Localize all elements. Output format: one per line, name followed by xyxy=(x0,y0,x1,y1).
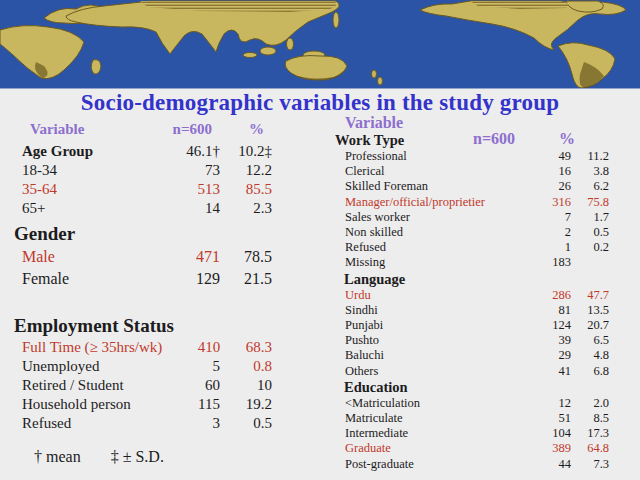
footnote: † mean ‡ ± S.D. xyxy=(12,447,272,467)
cell-label: Education xyxy=(335,379,511,396)
cell-label: Female xyxy=(12,268,162,290)
cell-n: 51 xyxy=(511,411,571,426)
table-row: 65+142.3 xyxy=(12,199,272,218)
table-row: <Matriculation122.0 xyxy=(335,396,609,411)
table-row: Unemployed50.8 xyxy=(12,357,272,376)
cell-n: 41 xyxy=(511,364,571,379)
cell-pct: 10.2‡ xyxy=(220,142,272,161)
table-row: Baluchi294.8 xyxy=(335,348,609,363)
cell-n: 46.1† xyxy=(162,142,220,161)
cell-n: 124 xyxy=(511,318,571,333)
cell-label: Professional xyxy=(335,149,511,164)
right-table-rows: Work TypeProfessional4911.2Clerical163.8… xyxy=(335,132,609,472)
table-row: Manager/official/proprietier31675.8 xyxy=(335,195,609,210)
table-row: Punjabi12420.7 xyxy=(335,318,609,333)
cell-n: 29 xyxy=(511,348,571,363)
table-row: Urdu28647.7 xyxy=(335,288,609,303)
cell-label: Baluchi xyxy=(335,348,511,363)
cell-n: 60 xyxy=(162,376,220,395)
table-row: Household person11519.2 xyxy=(12,395,272,414)
section-heading-row: Education xyxy=(335,379,609,396)
cell-label: Graduate xyxy=(335,441,511,456)
cell-pct: 3.8 xyxy=(571,164,609,179)
cell-n: 3 xyxy=(162,414,220,433)
table-row: Post-graduate447.3 xyxy=(335,457,609,472)
table-row: Refused10.2 xyxy=(335,240,609,255)
cell-label: Refused xyxy=(12,414,162,433)
cell-n: 14 xyxy=(162,199,220,218)
left-demographics-table: Variable n=600 % Age Group46.1†10.2‡18-3… xyxy=(12,120,272,467)
table-row: Full Time (≥ 35hrs/wk)41068.3 xyxy=(12,338,272,357)
cell-label: Age Group xyxy=(12,142,162,161)
cell-label: Employment Status xyxy=(12,314,174,338)
cell-pct: 64.8 xyxy=(571,441,609,456)
cell-n: 183 xyxy=(511,255,571,270)
cell-pct: 4.8 xyxy=(571,348,609,363)
cell-pct: 75.8 xyxy=(571,195,609,210)
table-row: Sindhi8113.5 xyxy=(335,303,609,318)
cell-pct: 19.2 xyxy=(220,395,272,414)
cell-pct: 68.3 xyxy=(220,338,272,357)
cell-pct: 21.5 xyxy=(220,268,272,290)
cell-n: 5 xyxy=(162,357,220,376)
cell-pct: 11.2 xyxy=(571,149,609,164)
cell-pct: 2.3 xyxy=(220,199,272,218)
cell-n: 73 xyxy=(162,161,220,180)
cell-label: Full Time (≥ 35hrs/wk) xyxy=(12,338,162,357)
cell-label: Clerical xyxy=(335,164,511,179)
right-table-header: n=600 % xyxy=(335,130,609,150)
left-table-header: Variable n=600 % xyxy=(12,120,272,142)
cell-pct: 78.5 xyxy=(220,246,272,268)
cell-label: Male xyxy=(12,246,162,268)
cell-n: 81 xyxy=(511,303,571,318)
cell-pct: 1.7 xyxy=(571,210,609,225)
cell-label: Refused xyxy=(335,240,511,255)
cell-label: Sindhi xyxy=(335,303,511,318)
cell-label: Post-graduate xyxy=(335,457,511,472)
footnote-mean: † mean xyxy=(34,447,81,467)
cell-pct: 12.2 xyxy=(220,161,272,180)
cell-label: Pushto xyxy=(335,333,511,348)
cell-n: 513 xyxy=(162,180,220,199)
cell-label: Urdu xyxy=(335,288,511,303)
section-heading-row: Language xyxy=(335,271,609,288)
cell-n: 12 xyxy=(511,396,571,411)
table-row: 35-6451385.5 xyxy=(12,180,272,199)
cell-label: Gender xyxy=(12,222,162,246)
table-row: Refused30.5 xyxy=(12,414,272,433)
cell-n: 104 xyxy=(511,426,571,441)
cell-label: Manager/official/proprietier xyxy=(335,195,511,210)
presentation-slide: Socio-demographic variables in the study… xyxy=(0,0,640,480)
left-table-rows: Age Group46.1†10.2‡18-347312.235-6451385… xyxy=(12,142,272,433)
table-row: Female12921.5 xyxy=(12,268,272,290)
cell-label: Language xyxy=(335,271,511,288)
cell-pct: 85.5 xyxy=(220,180,272,199)
cell-pct: 20.7 xyxy=(571,318,609,333)
cell-n: 286 xyxy=(511,288,571,303)
cell-label: Missing xyxy=(335,255,511,270)
cell-label: Punjabi xyxy=(335,318,511,333)
world-map-banner xyxy=(0,0,640,89)
cell-pct: 0.8 xyxy=(220,357,272,376)
cell-n: 49 xyxy=(511,149,571,164)
cell-n: 129 xyxy=(162,268,220,290)
table-row: Pushto396.5 xyxy=(335,333,609,348)
cell-n: 2 xyxy=(511,225,571,240)
cell-label: 35-64 xyxy=(12,180,162,199)
slide-title: Socio-demographic variables in the study… xyxy=(0,90,640,116)
cell-pct: 0.2 xyxy=(571,240,609,255)
table-row: 18-347312.2 xyxy=(12,161,272,180)
table-row: Matriculate518.5 xyxy=(335,411,609,426)
cell-label: 18-34 xyxy=(12,161,162,180)
column-header-n: n=600 xyxy=(154,120,212,139)
cell-label: Skilled Foreman xyxy=(335,179,511,194)
table-row: Graduate38964.8 xyxy=(335,441,609,456)
cell-label: Sales worker xyxy=(335,210,511,225)
right-demographics-table: Variable n=600 % Work TypeProfessional49… xyxy=(335,114,609,472)
cell-n: 26 xyxy=(511,179,571,194)
column-header-pct: % xyxy=(212,120,272,139)
cell-n: 316 xyxy=(511,195,571,210)
cell-pct: 8.5 xyxy=(571,411,609,426)
table-row: Male47178.5 xyxy=(12,246,272,268)
cell-pct: 10 xyxy=(220,376,272,395)
